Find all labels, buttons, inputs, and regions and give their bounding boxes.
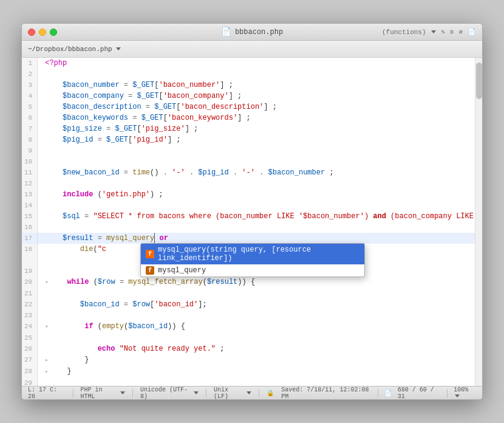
encoding-item[interactable]: Unicode (UTF-8) (140, 387, 199, 400)
cursor-position: L: 17 C: 26 (28, 387, 66, 400)
titlebar-right: (functions) ✎ ≡ # 📄 (382, 28, 476, 36)
line-content[interactable] (38, 288, 475, 299)
encoding-dropdown-arrow[interactable] (194, 391, 199, 394)
line-number: 14 (22, 200, 38, 211)
table-row: 7 $pig_size = $_GET['pig_size'] ; (22, 123, 475, 134)
line-content[interactable] (38, 377, 475, 386)
minimize-button[interactable] (39, 29, 46, 36)
line-ending-dropdown-arrow[interactable] (247, 391, 251, 394)
line-content[interactable]: echo "Not quite ready yet." ; (38, 343, 475, 354)
table-row: 14 (22, 200, 475, 211)
table-row: 4 $bacon_company = $_GET['bacon_company'… (22, 91, 475, 101)
file-path[interactable]: ~/Dropbox/bbbacon.php (28, 46, 121, 53)
line-content[interactable]: $result = mysql_query or (38, 233, 475, 244)
language-dropdown-arrow[interactable] (120, 391, 125, 394)
line-number: 19 (22, 266, 38, 277)
table-row: 29 (22, 377, 475, 386)
table-row: 22 $bacon_id = $row['bacon_id']; (22, 299, 475, 310)
line-content[interactable]: ▾ if (empty($bacon_id)) { (38, 321, 475, 332)
statusbar-divider (206, 389, 206, 397)
line-content[interactable] (38, 332, 475, 343)
position-text: L: 17 C: 26 (28, 387, 66, 400)
line-content[interactable]: $new_bacon_id = time() . '-' . $pig_id .… (38, 167, 475, 178)
line-content[interactable]: $pig_size = $_GET['pig_size'] ; (38, 123, 475, 134)
scrollbar-track[interactable] (475, 58, 482, 386)
path-text: ~/Dropbox/bbbacon.php (28, 46, 112, 53)
table-row: 25 (22, 332, 475, 343)
line-number: 18 (22, 244, 38, 266)
line-number: 16 (22, 222, 38, 233)
table-row: 21 (22, 288, 475, 299)
toolbar-icon-3[interactable]: # (458, 29, 463, 36)
line-content[interactable] (38, 178, 475, 189)
line-number: 11 (22, 167, 38, 178)
line-number: 24 (22, 321, 38, 332)
autocomplete-item-icon: f (146, 250, 154, 258)
line-content[interactable]: ▸ } (38, 354, 475, 366)
autocomplete-item[interactable]: f mysql_query (141, 264, 364, 277)
line-content[interactable] (38, 222, 475, 233)
code-area[interactable]: 1 <?php 2 3 $bacon_number = $_GET['bacon… (22, 58, 475, 386)
line-number: 15 (22, 211, 38, 222)
line-content[interactable] (38, 200, 475, 211)
table-row: 24 ▾ if (empty($bacon_id)) { (22, 321, 475, 332)
table-row: 6 $bacon_keywords = $_GET['bacon_keyword… (22, 112, 475, 123)
line-content[interactable] (38, 156, 475, 167)
line-content[interactable]: include ('getin.php') ; (38, 189, 475, 200)
line-number: 27 (22, 354, 38, 366)
line-content[interactable]: $bacon_id = $row['bacon_id']; (38, 299, 475, 310)
table-row: 26 echo "Not quite ready yet." ; (22, 343, 475, 354)
line-content[interactable]: ▸ } (38, 366, 475, 377)
saved-text: Saved: 7/18/11, 12:02:08 PM (281, 387, 372, 400)
line-content[interactable] (38, 145, 475, 156)
line-content[interactable]: $pig_id = $_GET['pig_id'] ; (38, 134, 475, 145)
line-ending-item[interactable]: Unix (LF) (214, 387, 251, 400)
line-content[interactable]: $bacon_company = $_GET['bacon_company'] … (38, 91, 475, 101)
toolbar-icon-1[interactable]: ✎ (441, 28, 445, 36)
line-content[interactable]: $sql = "SELECT * from bacons where (baco… (38, 211, 475, 222)
functions-dropdown[interactable]: (functions) (382, 29, 436, 36)
toolbar-icon-2[interactable]: ≡ (450, 29, 454, 36)
lock-item[interactable]: 🔒 (267, 390, 274, 397)
encoding-text: Unicode (UTF-8) (140, 387, 191, 400)
line-number: 17 (22, 233, 38, 244)
zoom-dropdown-arrow[interactable] (455, 394, 460, 397)
toolbar-icon-4[interactable]: 📄 (468, 28, 476, 36)
line-content[interactable]: $bacon_number = $_GET['bacon_number'] ; (38, 80, 475, 91)
statusbar: L: 17 C: 26 PHP in HTML Unicode (UTF-8) … (22, 386, 482, 399)
window-title: bbbacon.php (235, 28, 283, 36)
size-text: 680 / 60 / 31 (398, 387, 441, 400)
autocomplete-item-label: mysql_query (158, 266, 206, 275)
line-content[interactable]: $bacon_description = $_GET['bacon_descri… (38, 101, 475, 112)
language-item[interactable]: PHP in HTML (80, 387, 125, 400)
table-row: 28 ▸ } (22, 366, 475, 377)
table-row: 15 $sql = "SELECT * from bacons where (b… (22, 211, 475, 222)
zoom-value: 100% (454, 387, 468, 393)
line-content[interactable]: $bacon_keywords = $_GET['bacon_keywords'… (38, 112, 475, 123)
statusbar-divider (73, 389, 73, 397)
scrollbar-thumb[interactable] (476, 63, 482, 99)
table-row: 11 $new_bacon_id = time() . '-' . $pig_i… (22, 167, 475, 178)
line-number: 5 (22, 101, 38, 112)
line-content[interactable]: <?php (38, 58, 475, 69)
line-number: 13 (22, 189, 38, 200)
line-content[interactable] (38, 310, 475, 321)
autocomplete-popup[interactable]: f mysql_query(string query, [resource li… (140, 243, 365, 277)
line-number: 23 (22, 310, 38, 321)
autocomplete-item-selected[interactable]: f mysql_query(string query, [resource li… (141, 244, 364, 264)
statusbar-divider (132, 389, 133, 397)
line-number: 8 (22, 134, 38, 145)
titlebar: 📄 bbbacon.php (functions) ✎ ≡ # 📄 (22, 24, 482, 41)
table-row: 17 $result = mysql_query or (22, 233, 475, 244)
line-number: 6 (22, 112, 38, 123)
line-number: 29 (22, 377, 38, 386)
close-button[interactable] (28, 29, 35, 36)
table-row: 13 include ('getin.php') ; (22, 189, 475, 200)
line-content[interactable] (38, 69, 475, 80)
line-content[interactable]: ▾ while ($row = mysql_fetch_array($resul… (38, 277, 475, 288)
line-number: 26 (22, 343, 38, 354)
code-table: 1 <?php 2 3 $bacon_number = $_GET['bacon… (22, 58, 475, 386)
zoom-text[interactable]: 100% (454, 387, 476, 400)
path-dropdown-arrow[interactable] (116, 47, 121, 50)
maximize-button[interactable] (50, 29, 57, 36)
